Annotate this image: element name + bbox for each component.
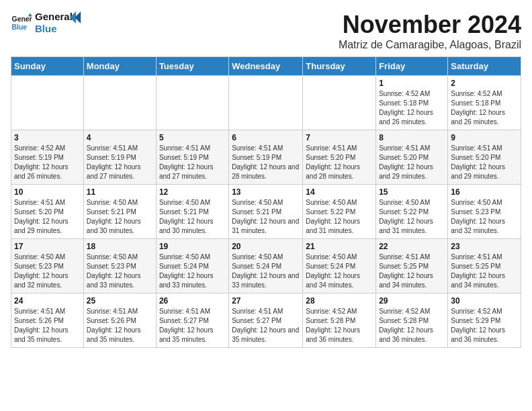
svg-text:Blue: Blue [12,24,28,31]
day-number: 30 [451,296,518,306]
day-number: 2 [451,79,518,88]
day-info: Sunrise: 4:51 AM Sunset: 5:26 PM Dayligh… [87,307,153,345]
calendar-cell: 14Sunrise: 4:50 AM Sunset: 5:22 PM Dayli… [303,185,376,239]
day-number: 9 [451,133,518,142]
day-number: 10 [14,187,81,197]
calendar-cell: 13Sunrise: 4:50 AM Sunset: 5:21 PM Dayli… [229,185,303,239]
calendar-cell: 8Sunrise: 4:51 AM Sunset: 5:20 PM Daylig… [376,130,448,185]
calendar-cell: 27Sunrise: 4:51 AM Sunset: 5:27 PM Dayli… [229,293,303,348]
logo-general: General [35,11,73,23]
day-number: 28 [306,296,373,306]
calendar-cell: 21Sunrise: 4:50 AM Sunset: 5:24 PM Dayli… [303,239,376,293]
day-number: 27 [232,296,300,306]
day-info: Sunrise: 4:52 AM Sunset: 5:28 PM Dayligh… [379,307,445,345]
day-info: Sunrise: 4:51 AM Sunset: 5:20 PM Dayligh… [306,144,373,181]
calendar-cell: 1Sunrise: 4:52 AM Sunset: 5:18 PM Daylig… [376,76,448,130]
calendar-week-row: 3Sunrise: 4:52 AM Sunset: 5:19 PM Daylig… [11,130,521,185]
day-info: Sunrise: 4:50 AM Sunset: 5:24 PM Dayligh… [232,253,300,290]
svg-marker-2 [28,13,32,17]
calendar-cell: 17Sunrise: 4:50 AM Sunset: 5:23 PM Dayli… [11,239,84,293]
day-number: 22 [379,242,445,251]
calendar-cell: 23Sunrise: 4:51 AM Sunset: 5:25 PM Dayli… [448,239,521,293]
calendar-cell [229,76,303,130]
day-number: 13 [232,187,300,197]
day-info: Sunrise: 4:51 AM Sunset: 5:20 PM Dayligh… [451,144,518,181]
day-info: Sunrise: 4:51 AM Sunset: 5:19 PM Dayligh… [87,144,153,181]
day-number: 3 [14,133,81,142]
day-info: Sunrise: 4:50 AM Sunset: 5:21 PM Dayligh… [232,198,300,236]
day-info: Sunrise: 4:52 AM Sunset: 5:29 PM Dayligh… [451,307,518,345]
calendar-cell [156,76,228,130]
day-number: 24 [14,296,81,306]
day-number: 6 [232,133,300,142]
day-info: Sunrise: 4:52 AM Sunset: 5:18 PM Dayligh… [379,89,445,127]
day-number: 23 [451,242,518,251]
calendar-week-row: 17Sunrise: 4:50 AM Sunset: 5:23 PM Dayli… [11,239,521,293]
logo: General Blue General Blue [11,11,82,35]
day-info: Sunrise: 4:50 AM Sunset: 5:24 PM Dayligh… [159,253,226,290]
day-info: Sunrise: 4:50 AM Sunset: 5:21 PM Dayligh… [159,198,226,236]
day-info: Sunrise: 4:50 AM Sunset: 5:21 PM Dayligh… [87,198,153,236]
logo-arrow-icon [70,11,82,24]
day-info: Sunrise: 4:50 AM Sunset: 5:22 PM Dayligh… [306,198,373,236]
calendar-cell: 26Sunrise: 4:51 AM Sunset: 5:27 PM Dayli… [156,293,228,348]
calendar-cell: 25Sunrise: 4:51 AM Sunset: 5:26 PM Dayli… [83,293,156,348]
day-info: Sunrise: 4:51 AM Sunset: 5:20 PM Dayligh… [14,198,81,236]
weekday-header: Monday [83,57,156,76]
day-info: Sunrise: 4:51 AM Sunset: 5:25 PM Dayligh… [451,253,518,290]
calendar-cell [11,76,84,130]
calendar-cell: 4Sunrise: 4:51 AM Sunset: 5:19 PM Daylig… [83,130,156,185]
calendar-cell: 5Sunrise: 4:51 AM Sunset: 5:19 PM Daylig… [156,130,228,185]
calendar-cell [303,76,376,130]
calendar-header-row: SundayMondayTuesdayWednesdayThursdayFrid… [11,57,521,76]
calendar-cell: 16Sunrise: 4:50 AM Sunset: 5:23 PM Dayli… [448,185,521,239]
day-number: 5 [159,133,226,142]
calendar-week-row: 10Sunrise: 4:51 AM Sunset: 5:20 PM Dayli… [11,185,521,239]
calendar-cell: 18Sunrise: 4:50 AM Sunset: 5:23 PM Dayli… [83,239,156,293]
calendar-cell: 19Sunrise: 4:50 AM Sunset: 5:24 PM Dayli… [156,239,228,293]
title-block: November 2024 Matriz de Camaragibe, Alag… [339,11,521,51]
day-info: Sunrise: 4:51 AM Sunset: 5:19 PM Dayligh… [232,144,300,181]
day-info: Sunrise: 4:51 AM Sunset: 5:20 PM Dayligh… [379,144,445,181]
calendar-cell: 24Sunrise: 4:51 AM Sunset: 5:26 PM Dayli… [11,293,84,348]
day-number: 26 [159,296,226,306]
page-header: General Blue General Blue November 2024 … [11,11,521,51]
day-info: Sunrise: 4:52 AM Sunset: 5:18 PM Dayligh… [451,89,518,127]
calendar-cell: 7Sunrise: 4:51 AM Sunset: 5:20 PM Daylig… [303,130,376,185]
day-number: 20 [232,242,300,251]
calendar-cell [83,76,156,130]
day-info: Sunrise: 4:50 AM Sunset: 5:23 PM Dayligh… [87,253,153,290]
calendar-cell: 15Sunrise: 4:50 AM Sunset: 5:22 PM Dayli… [376,185,448,239]
calendar-cell: 28Sunrise: 4:52 AM Sunset: 5:28 PM Dayli… [303,293,376,348]
weekday-header: Friday [376,57,448,76]
calendar-table: SundayMondayTuesdayWednesdayThursdayFrid… [11,56,521,348]
day-number: 12 [159,187,226,197]
calendar-cell: 20Sunrise: 4:50 AM Sunset: 5:24 PM Dayli… [229,239,303,293]
calendar-cell: 2Sunrise: 4:52 AM Sunset: 5:18 PM Daylig… [448,76,521,130]
day-info: Sunrise: 4:51 AM Sunset: 5:25 PM Dayligh… [379,253,445,290]
day-number: 14 [306,187,373,197]
day-info: Sunrise: 4:51 AM Sunset: 5:27 PM Dayligh… [159,307,226,345]
calendar-week-row: 1Sunrise: 4:52 AM Sunset: 5:18 PM Daylig… [11,76,521,130]
weekday-header: Saturday [448,57,521,76]
day-info: Sunrise: 4:50 AM Sunset: 5:22 PM Dayligh… [379,198,445,236]
day-info: Sunrise: 4:51 AM Sunset: 5:26 PM Dayligh… [14,307,81,345]
day-number: 29 [379,296,445,306]
day-number: 4 [87,133,153,142]
calendar-cell: 3Sunrise: 4:52 AM Sunset: 5:19 PM Daylig… [11,130,84,185]
day-number: 7 [306,133,373,142]
day-number: 8 [379,133,445,142]
weekday-header: Thursday [303,57,376,76]
day-number: 18 [87,242,153,251]
calendar-cell: 6Sunrise: 4:51 AM Sunset: 5:19 PM Daylig… [229,130,303,185]
day-number: 16 [451,187,518,197]
logo-blue: Blue [35,23,73,35]
day-number: 1 [379,79,445,88]
calendar-cell: 22Sunrise: 4:51 AM Sunset: 5:25 PM Dayli… [376,239,448,293]
calendar-cell: 30Sunrise: 4:52 AM Sunset: 5:29 PM Dayli… [448,293,521,348]
day-number: 21 [306,242,373,251]
month-title: November 2024 [339,11,521,39]
weekday-header: Tuesday [156,57,228,76]
calendar-cell: 9Sunrise: 4:51 AM Sunset: 5:20 PM Daylig… [448,130,521,185]
calendar-cell: 29Sunrise: 4:52 AM Sunset: 5:28 PM Dayli… [376,293,448,348]
